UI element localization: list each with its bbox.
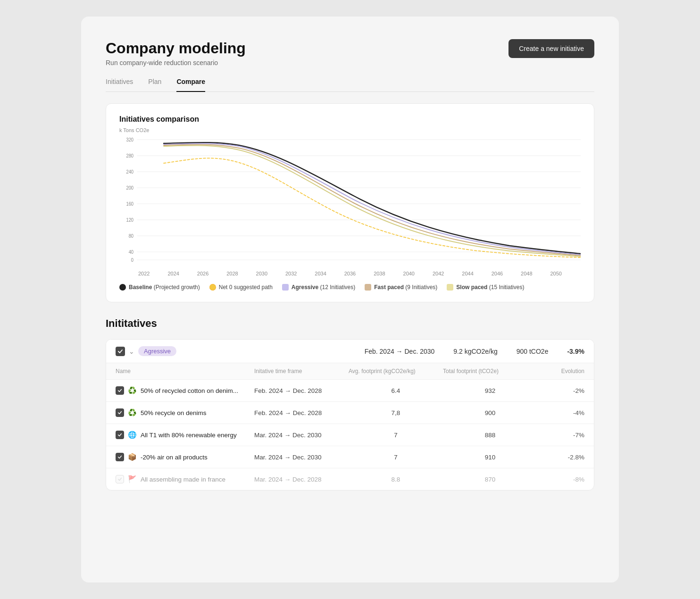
x-label-2044: 2044: [462, 271, 473, 276]
chart-area: 320 280 240 200 160 120 80 40 0: [119, 135, 581, 267]
row-avg-footprint-4: 7: [349, 454, 443, 461]
group-chevron-icon[interactable]: ⌄: [129, 348, 134, 355]
row-timeframe-1: Feb. 2024 → Dec. 2028: [254, 387, 349, 394]
chart-y-label: k Tons CO2e: [119, 127, 581, 133]
row-name-cell-2: ♻️ 50% recycle on denims: [116, 408, 254, 417]
legend-slowpaced: Slow paced (15 Initiatives): [447, 284, 524, 291]
x-label-2026: 2026: [197, 271, 208, 276]
tab-plan[interactable]: Plan: [148, 78, 161, 92]
legend-aggressive: Agressive (12 Initiatives): [282, 284, 355, 291]
row-name-cell-1: ♻️ 50% of recycled cotton on denim...: [116, 386, 254, 395]
x-label-2030: 2030: [256, 271, 267, 276]
legend-label-net0: Net 0 suggested path: [219, 284, 273, 291]
row-icon-4: 📦: [128, 453, 137, 461]
x-label-2038: 2038: [374, 271, 385, 276]
x-label-2024: 2024: [167, 271, 179, 276]
row-timeframe-2: Feb. 2024 → Dec. 2028: [254, 409, 349, 416]
svg-text:320: 320: [126, 137, 133, 142]
tab-compare[interactable]: Compare: [176, 78, 205, 92]
group-evolution: -3.9%: [567, 348, 584, 355]
column-headers: Name Initative time frame Avg. footprint…: [106, 363, 594, 380]
legend-label-slowpaced: Slow paced (15 Initiatives): [456, 284, 524, 291]
col-header-total-footprint: Total footprint (tCO2e): [443, 368, 537, 374]
row-avg-footprint-5: 8.8: [349, 476, 443, 483]
row-avg-footprint-3: 7: [349, 432, 443, 439]
legend-fastpaced: Fast paced (9 Initiatives): [365, 284, 437, 291]
x-label-2036: 2036: [344, 271, 356, 276]
row-timeframe-3: Mar. 2024 → Dec. 2030: [254, 432, 349, 439]
legend-label-fastpaced: Fast paced (9 Initiatives): [374, 284, 437, 291]
legend-dot-fastpaced: [365, 284, 371, 291]
row-checkbox-1[interactable]: [116, 386, 124, 395]
header-row: Company modeling Run company-wide reduct…: [106, 39, 594, 67]
x-label-2046: 2046: [492, 271, 503, 276]
tab-initiatives[interactable]: Initiatives: [106, 78, 133, 92]
svg-text:160: 160: [126, 201, 133, 207]
chart-legend: Baseline (Projected growth) Net 0 sugges…: [119, 284, 581, 291]
row-avg-footprint-2: 7,8: [349, 409, 443, 416]
initiatives-comparison-chart-card: Initiatives comparison k Tons CO2e 320 2…: [106, 103, 594, 302]
row-name-3: All T1 with 80% renewable energy: [141, 432, 237, 439]
row-checkbox-3[interactable]: [116, 431, 124, 439]
col-header-timeframe: Initative time frame: [254, 368, 349, 374]
initiatives-section-title: Inititatives: [106, 317, 594, 330]
group-header-meta: Feb. 2024 → Dec. 2030 9.2 kgCO2e/kg 900 …: [365, 348, 584, 355]
row-evolution-3: -7%: [537, 432, 584, 439]
row-evolution-1: -2%: [537, 387, 584, 394]
svg-text:120: 120: [126, 217, 133, 223]
svg-text:80: 80: [129, 233, 134, 239]
chart-title: Initiatives comparison: [119, 115, 581, 124]
svg-text:280: 280: [126, 153, 133, 158]
svg-text:40: 40: [129, 250, 134, 255]
create-initiative-button[interactable]: Create a new initiative: [508, 39, 594, 58]
initiatives-section: Inititatives ⌄ Agressive Feb. 2024 → Dec…: [106, 317, 594, 491]
row-total-footprint-5: 870: [443, 476, 537, 483]
group-date-range: Feb. 2024 → Dec. 2030: [365, 348, 435, 355]
group-total-footprint: 900 tCO2e: [517, 348, 549, 355]
page-container: Company modeling Run company-wide reduct…: [81, 17, 619, 582]
row-name-1: 50% of recycled cotton on denim...: [141, 387, 238, 394]
svg-text:0: 0: [131, 258, 134, 263]
x-label-2048: 2048: [521, 271, 532, 276]
initiatives-table: ⌄ Agressive Feb. 2024 → Dec. 2030 9.2 kg…: [106, 339, 594, 491]
group-header-left: ⌄ Agressive: [116, 346, 359, 356]
group-tag-aggressive: Agressive: [138, 346, 176, 356]
col-header-avg-footprint: Avg. footprint (kgCO2e/kg): [349, 368, 443, 374]
x-label-2050: 2050: [550, 271, 561, 276]
x-label-2040: 2040: [403, 271, 415, 276]
legend-dot-baseline: [119, 284, 126, 291]
row-checkbox-2[interactable]: [116, 408, 124, 417]
table-row: 🚩 All assembling made in france Mar. 202…: [106, 468, 594, 490]
legend-dot-net0: [209, 284, 216, 291]
row-name-cell-3: 🌐 All T1 with 80% renewable energy: [116, 431, 254, 439]
legend-dot-slowpaced: [447, 284, 453, 291]
table-row: ♻️ 50% recycle on denims Feb. 2024 → Dec…: [106, 402, 594, 424]
x-label-2034: 2034: [315, 271, 326, 276]
svg-text:240: 240: [126, 169, 133, 175]
legend-net0: Net 0 suggested path: [209, 284, 273, 291]
chart-x-labels: 2022 2024 2026 2028 2030 2032 2034 2036 …: [119, 271, 581, 276]
row-evolution-2: -4%: [537, 409, 584, 416]
group-header-aggressive: ⌄ Agressive Feb. 2024 → Dec. 2030 9.2 kg…: [106, 340, 594, 363]
chart-svg: 320 280 240 200 160 120 80 40 0: [119, 135, 581, 267]
row-total-footprint-1: 932: [443, 387, 537, 394]
row-icon-2: ♻️: [128, 408, 137, 417]
row-timeframe-5: Mar. 2024 → Dec. 2028: [254, 476, 349, 483]
page-subtitle: Run company-wide reduction scenario: [106, 59, 246, 67]
row-total-footprint-3: 888: [443, 432, 537, 439]
row-icon-5: 🚩: [128, 475, 137, 483]
x-label-2022: 2022: [138, 271, 150, 276]
table-row: 🌐 All T1 with 80% renewable energy Mar. …: [106, 424, 594, 446]
row-avg-footprint-1: 6.4: [349, 387, 443, 394]
col-header-evolution: Evolution: [537, 368, 584, 374]
row-name-cell-5: 🚩 All assembling made in france: [116, 475, 254, 483]
row-checkbox-5[interactable]: [116, 475, 124, 483]
title-block: Company modeling Run company-wide reduct…: [106, 39, 246, 67]
row-name-4: -20% air on all products: [141, 454, 208, 461]
row-checkbox-4[interactable]: [116, 453, 124, 461]
legend-dot-aggressive: [282, 284, 289, 291]
tabs-bar: Initiatives Plan Compare: [106, 78, 594, 92]
table-row: ♻️ 50% of recycled cotton on denim... Fe…: [106, 380, 594, 402]
group-checkbox[interactable]: [116, 347, 125, 356]
legend-label-aggressive: Agressive (12 Initiatives): [292, 284, 355, 291]
